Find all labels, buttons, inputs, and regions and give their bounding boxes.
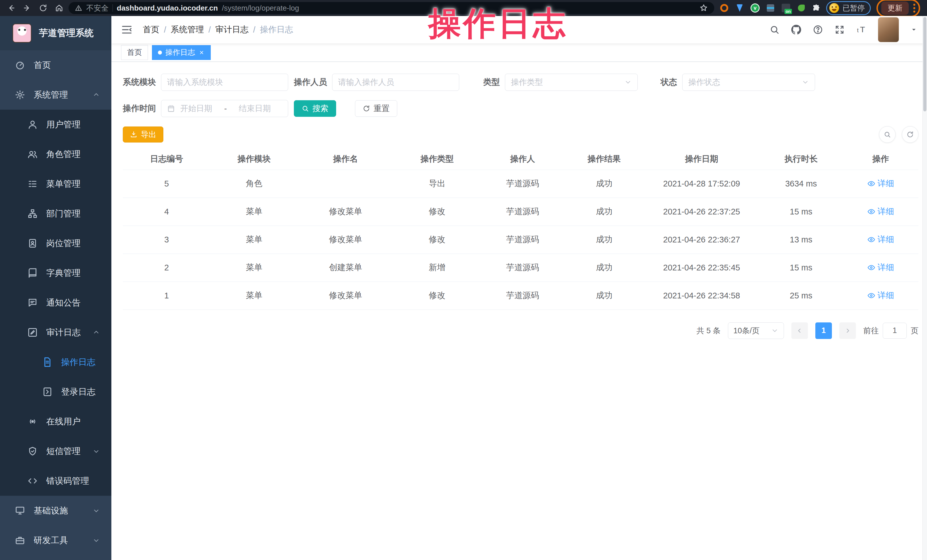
sidebar-collapse-icon[interactable]	[121, 24, 132, 35]
breadcrumb-system[interactable]: 系统管理	[171, 24, 204, 35]
browser-update-button[interactable]: 更新	[881, 2, 909, 15]
sidebar-item-error-code[interactable]: 错误码管理	[0, 466, 111, 496]
sidebar-item-menu-management[interactable]: 菜单管理	[0, 169, 111, 199]
help-icon[interactable]	[813, 24, 823, 35]
sidebar: 芋道管理系统 首页 系统管理 用户管理	[0, 16, 111, 560]
sidebar-item-online-users[interactable]: 在线用户	[0, 407, 111, 436]
address-bar[interactable]: 不安全 dashboard.yudao.iocoder.cn /system/l…	[68, 2, 714, 14]
show-search-button[interactable]	[879, 126, 896, 143]
extension-orange-icon[interactable]	[719, 3, 729, 13]
app-logo-row[interactable]: 芋道管理系统	[0, 16, 111, 50]
sidebar-item-post-management[interactable]: 岗位管理	[0, 228, 111, 258]
search-icon[interactable]	[769, 24, 780, 35]
browser-home-button[interactable]	[53, 2, 66, 15]
eye-icon	[867, 208, 875, 216]
breadcrumb-audit-log[interactable]: 审计日志	[215, 24, 248, 35]
page-size-select[interactable]: 10条/页	[728, 322, 784, 339]
goto-page-input[interactable]	[883, 323, 907, 339]
monitor-icon	[15, 505, 25, 516]
login-log-icon	[42, 387, 53, 397]
fullscreen-icon[interactable]	[834, 24, 845, 35]
sidebar-item-home[interactable]: 首页	[0, 50, 111, 80]
sidebar-item-role-management[interactable]: 角色管理	[0, 140, 111, 169]
sidebar-item-dev-tools[interactable]: 研发工具	[0, 525, 111, 555]
sidebar-item-department-management[interactable]: 部门管理	[0, 199, 111, 228]
search-button[interactable]: 搜索	[294, 100, 336, 117]
detail-link[interactable]: 详细	[867, 206, 894, 217]
detail-link[interactable]: 详细	[867, 234, 894, 245]
table-row: 2 菜单 创建菜单 新增 芋道源码 成功 2021-04-26 22:35:45…	[123, 253, 918, 282]
browser-menu-icon[interactable]	[913, 4, 915, 12]
eye-icon	[867, 235, 875, 244]
browser-reload-button[interactable]	[36, 2, 50, 15]
user-avatar[interactable]	[878, 17, 899, 42]
tab-home[interactable]: 首页	[121, 45, 148, 60]
github-icon[interactable]	[791, 24, 801, 35]
chevron-down-icon	[802, 79, 809, 86]
close-icon[interactable]	[199, 49, 205, 56]
col-date: 操作日期	[644, 149, 759, 170]
sidebar-item-dict-management[interactable]: 字典管理	[0, 258, 111, 288]
chevron-right-icon	[844, 327, 851, 334]
code-icon	[27, 476, 38, 486]
extension-bars-icon[interactable]	[766, 3, 775, 13]
app-frame: 芋道管理系统 首页 系统管理 用户管理	[0, 16, 927, 560]
search-icon	[884, 131, 891, 138]
sidebar-item-system-management[interactable]: 系统管理	[0, 80, 111, 110]
profile-avatar-icon	[829, 3, 839, 13]
url-host: dashboard.yudao.iocoder.cn	[117, 4, 218, 12]
col-name: 操作名	[298, 149, 393, 170]
sidebar-item-audit-log[interactable]: 审计日志	[0, 317, 111, 347]
font-size-icon[interactable]: tT	[856, 24, 866, 35]
browser-back-button[interactable]	[5, 2, 18, 15]
extensions-puzzle-icon[interactable]	[812, 4, 821, 12]
profile-status-label: 已暂停	[842, 3, 865, 13]
page-number-1[interactable]: 1	[815, 322, 832, 339]
refresh-icon	[906, 131, 914, 138]
breadcrumb: 首页 / 系统管理 / 审计日志 / 操作日志	[143, 24, 293, 35]
operator-input[interactable]	[332, 74, 459, 91]
detail-link[interactable]: 详细	[867, 290, 894, 301]
col-module: 操作模块	[210, 149, 298, 170]
security-label: 不安全	[86, 3, 108, 13]
bookmark-star-icon[interactable]	[699, 4, 708, 12]
module-input[interactable]	[161, 74, 288, 91]
prev-page-button[interactable]	[791, 322, 808, 339]
sidebar-item-login-log[interactable]: 登录日志	[0, 377, 111, 407]
page-scrollbar[interactable]	[922, 16, 927, 560]
col-result: 操作结果	[564, 149, 644, 170]
reset-button[interactable]: 重置	[355, 100, 397, 117]
refresh-table-button[interactable]	[902, 126, 918, 143]
extensions-area: v on 已暂停 更新	[717, 0, 922, 17]
extension-on-badge-icon[interactable]: on	[781, 3, 791, 13]
breadcrumb-home[interactable]: 首页	[143, 24, 160, 35]
main-area: 首页 / 系统管理 / 审计日志 / 操作日志 tT	[111, 16, 927, 560]
chevron-up-icon	[93, 91, 100, 99]
filter-row-2: 操作时间 开始日期 - 结束日期 搜索 重置	[123, 100, 918, 117]
extension-drop-icon[interactable]	[735, 3, 745, 13]
scrollbar-thumb[interactable]	[923, 17, 926, 111]
org-tree-icon	[27, 208, 38, 219]
sidebar-item-infrastructure[interactable]: 基础设施	[0, 496, 111, 525]
table-toolbar: 导出	[123, 126, 918, 143]
status-select[interactable]: 操作状态	[682, 74, 815, 91]
next-page-button[interactable]	[839, 322, 856, 339]
date-range-picker[interactable]: 开始日期 - 结束日期	[161, 100, 288, 117]
filter-type: 类型 操作类型	[483, 74, 638, 91]
sidebar-item-user-management[interactable]: 用户管理	[0, 110, 111, 140]
browser-forward-button[interactable]	[21, 2, 34, 15]
detail-link[interactable]: 详细	[867, 262, 894, 273]
avatar-caret-down-icon[interactable]	[910, 26, 917, 33]
extension-sprout-icon[interactable]	[796, 3, 806, 13]
sidebar-item-sms-management[interactable]: 短信管理	[0, 436, 111, 466]
chevron-down-icon	[93, 537, 100, 544]
sidebar-item-operate-log[interactable]: 操作日志	[0, 347, 111, 377]
sidebar-item-notice[interactable]: 通知公告	[0, 288, 111, 317]
tab-operate-log[interactable]: 操作日志	[152, 45, 211, 60]
browser-profile-button[interactable]: 已暂停	[826, 1, 871, 15]
extension-green-v-icon[interactable]: v	[750, 3, 760, 13]
export-button[interactable]: 导出	[123, 126, 163, 143]
type-select[interactable]: 操作类型	[505, 74, 638, 91]
detail-link[interactable]: 详细	[867, 178, 894, 189]
col-operator: 操作人	[481, 149, 565, 170]
